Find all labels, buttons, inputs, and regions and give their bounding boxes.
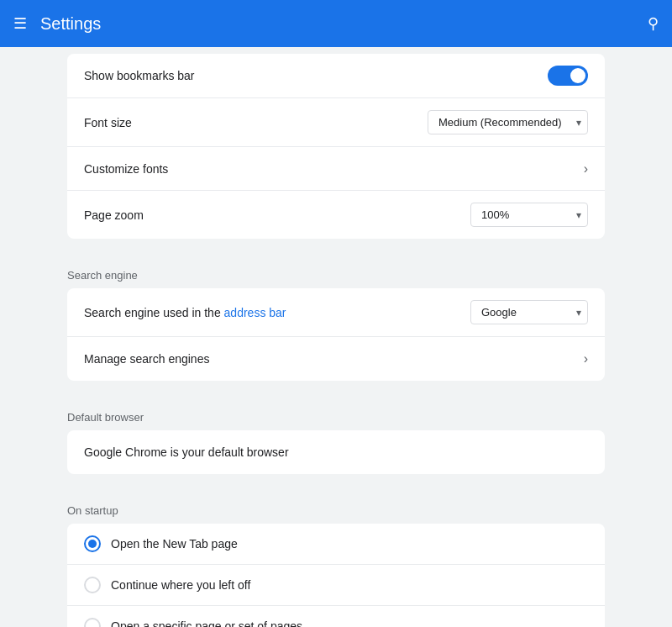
- search-engine-select[interactable]: Google: [470, 300, 588, 324]
- font-size-row: Font size Medium (Recommended) ▾: [67, 98, 605, 147]
- show-bookmarks-row: Show bookmarks bar: [67, 54, 605, 98]
- manage-search-engines-row[interactable]: Manage search engines ›: [67, 337, 605, 381]
- on-startup-section-title: On startup: [67, 487, 605, 524]
- hamburger-icon[interactable]: ☰: [13, 14, 27, 33]
- startup-label-2: Open a specific page or set of pages: [111, 619, 302, 627]
- font-size-select[interactable]: Medium (Recommended): [428, 110, 588, 134]
- radio-continue[interactable]: [84, 577, 101, 593]
- page-zoom-select-wrapper: 100% ▾: [470, 203, 588, 227]
- startup-option-2[interactable]: Open a specific page or set of pages: [67, 606, 605, 627]
- default-browser-row: Google Chrome is your default browser: [67, 430, 605, 474]
- manage-search-engines-label: Manage search engines: [84, 352, 209, 366]
- startup-label-1: Continue where you left off: [111, 578, 250, 592]
- customize-fonts-label: Customize fonts: [84, 162, 168, 176]
- address-bar-link[interactable]: address bar: [224, 306, 286, 319]
- startup-label-0: Open the New Tab page: [111, 537, 238, 551]
- header-left: ☰ Settings: [13, 14, 101, 34]
- page-zoom-label: Page zoom: [84, 208, 144, 222]
- search-engine-row: Search engine used in the address bar Go…: [67, 288, 605, 337]
- search-icon[interactable]: ⚲: [648, 14, 659, 33]
- appearance-card: Show bookmarks bar Font size Medium (Rec…: [67, 54, 605, 239]
- search-engine-label: Search engine used in the address bar: [84, 306, 286, 319]
- page-zoom-select[interactable]: 100%: [470, 203, 588, 227]
- default-browser-section-title: Default browser: [67, 394, 605, 430]
- font-size-label: Font size: [84, 116, 132, 129]
- default-browser-message: Google Chrome is your default browser: [84, 445, 289, 459]
- search-engine-section-title: Search engine: [67, 252, 605, 288]
- header: ☰ Settings ⚲: [0, 0, 672, 47]
- customize-fonts-row[interactable]: Customize fonts ›: [67, 147, 605, 191]
- main-content: Show bookmarks bar Font size Medium (Rec…: [0, 47, 672, 627]
- search-engine-card: Search engine used in the address bar Go…: [67, 288, 605, 381]
- default-browser-card: Google Chrome is your default browser: [67, 430, 605, 474]
- startup-option-1[interactable]: Continue where you left off: [67, 565, 605, 606]
- bookmarks-bar-toggle[interactable]: [548, 66, 588, 86]
- radio-specific-page[interactable]: [84, 618, 101, 627]
- show-bookmarks-label: Show bookmarks bar: [84, 69, 195, 82]
- font-size-select-wrapper: Medium (Recommended) ▾: [428, 110, 588, 134]
- search-engine-select-wrapper: Google ▾: [470, 300, 588, 324]
- customize-fonts-arrow: ›: [584, 161, 588, 177]
- startup-option-0[interactable]: Open the New Tab page: [67, 524, 605, 565]
- radio-open-new-tab[interactable]: [84, 535, 101, 552]
- manage-search-engines-arrow: ›: [584, 351, 588, 366]
- on-startup-card: Open the New Tab page Continue where you…: [67, 524, 605, 627]
- page-zoom-row: Page zoom 100% ▾: [67, 191, 605, 239]
- page-title: Settings: [40, 14, 101, 34]
